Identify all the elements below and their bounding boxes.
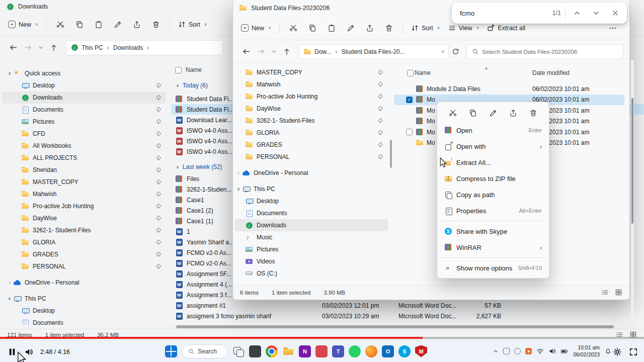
paste-button[interactable] (89, 16, 108, 33)
sidebar-item[interactable]: ∨ This PC (235, 183, 388, 195)
vertical-scrollbar[interactable] (631, 60, 634, 325)
sidebar-item[interactable]: GLORIA (2, 236, 166, 248)
delete-icon[interactable] (527, 107, 540, 120)
context-menu-item[interactable]: Open Enter › (439, 122, 547, 138)
up-button[interactable] (280, 45, 294, 59)
sort-button[interactable]: Sort ∨ (407, 21, 444, 35)
outlook-icon[interactable]: O (382, 345, 394, 357)
sidebar-item[interactable]: Pictures (235, 243, 388, 255)
scrollbar-thumb[interactable] (176, 325, 614, 328)
sidebar-item[interactable]: Pictures (2, 116, 166, 128)
copy-button[interactable] (303, 20, 322, 37)
row-checkbox[interactable] (406, 97, 413, 103)
sidebar-item[interactable]: Music (235, 231, 388, 243)
sidebar-item[interactable]: Downloads (2, 92, 166, 104)
context-menu-item[interactable]: Compress to ZIP file › (439, 170, 547, 187)
sidebar-item[interactable]: Mahwish (235, 78, 388, 90)
sidebar-item[interactable]: CFD (2, 128, 166, 140)
mic-status-icon[interactable] (525, 348, 532, 354)
horizontal-scrollbar[interactable] (171, 325, 638, 329)
sidebar-item[interactable]: 3262-1- Student-Files (235, 115, 388, 127)
sidebar-item[interactable]: Desktop (235, 195, 388, 207)
select-all-checkbox[interactable] (175, 67, 182, 73)
wifi-icon[interactable] (536, 347, 544, 355)
breadcrumb-this-pc[interactable]: This PC (82, 44, 103, 51)
find-input[interactable] (460, 10, 548, 17)
recent-locations-button[interactable] (268, 46, 280, 57)
back-button[interactable] (6, 40, 21, 55)
file-explorer-icon[interactable] (282, 345, 294, 357)
sidebar-item[interactable]: DayWise (2, 212, 166, 224)
share-button[interactable] (127, 16, 146, 33)
name-column-header[interactable]: Name (186, 66, 202, 73)
tray-icon[interactable] (503, 348, 510, 354)
context-menu-item[interactable]: Properties Alt+Enter › (439, 203, 547, 219)
expand-chevron-icon[interactable]: ∨ (6, 296, 13, 301)
file-row[interactable]: assigment 3 fcmo yasmin sharif 03/02/202… (171, 311, 644, 321)
context-menu-item[interactable]: Show more options Shift+F10 › (439, 260, 547, 276)
search-input[interactable] (482, 49, 618, 55)
forward-button[interactable] (254, 44, 268, 59)
sidebar-item[interactable]: Pro-active Job Hunting (235, 90, 388, 103)
delete-button[interactable] (379, 20, 398, 37)
cut-icon[interactable] (446, 107, 459, 120)
sidebar-item[interactable]: All Workbooks (2, 140, 166, 152)
start-button[interactable] (165, 345, 177, 357)
sidebar-item[interactable]: ∨ This PC (2, 293, 166, 305)
new-button[interactable]: + New ∨ (237, 21, 275, 35)
sidebar-item[interactable]: ALL PROJECTS (2, 152, 166, 164)
tray-chevron-icon[interactable] (493, 348, 499, 354)
details-view-icon[interactable] (601, 289, 609, 296)
taskbar-search[interactable]: Search (182, 344, 228, 358)
breadcrumb-downloads[interactable]: Downloads (113, 44, 143, 51)
mcafee-icon[interactable]: M (415, 345, 427, 357)
sidebar-item[interactable]: DayWise (235, 103, 388, 115)
expand-chevron-icon[interactable]: › (6, 280, 13, 285)
file-row[interactable]: assignment #1 03/02/2023 12:01 pm Micros… (171, 300, 644, 311)
address-bar[interactable]: This PC › Downloads › (66, 40, 223, 55)
scrollbar-thumb[interactable] (631, 98, 633, 224)
context-menu-item[interactable]: Share with Skype › (439, 223, 547, 239)
cut-button[interactable] (284, 20, 303, 37)
sidebar-item[interactable]: GRADES (235, 139, 388, 151)
search-box[interactable] (466, 44, 623, 59)
sidebar-item[interactable]: OS (C:) (235, 267, 388, 280)
expand-chevron-icon[interactable]: ∨ (235, 187, 242, 192)
back-button[interactable] (239, 44, 254, 59)
address-dropdown-icon[interactable]: ∨ (441, 49, 444, 54)
context-menu-item[interactable]: Extract All... › (439, 154, 547, 170)
skype-icon[interactable]: S (398, 345, 411, 357)
onenote-icon[interactable]: N (299, 345, 311, 357)
row-checkbox[interactable] (406, 129, 413, 135)
firefox-icon[interactable] (365, 345, 377, 357)
sidebar-item[interactable]: › OneDrive - Personal (235, 167, 388, 179)
cut-button[interactable] (51, 16, 70, 33)
copy-button[interactable] (70, 16, 89, 33)
pause-button[interactable] (7, 347, 17, 357)
sidebar-item[interactable]: Desktop (2, 79, 166, 92)
context-menu-item[interactable]: WinRAR › (439, 239, 547, 255)
pinned-app-icon-2[interactable] (315, 345, 328, 357)
sidebar-item[interactable]: › OneDrive - Personal (2, 277, 166, 289)
tray-icon[interactable] (514, 348, 521, 354)
expand-chevron-icon[interactable]: › (235, 170, 242, 175)
delete-button[interactable] (146, 16, 166, 33)
teams-icon[interactable]: T (332, 345, 344, 357)
volume-icon[interactable] (548, 347, 556, 355)
sidebar-item[interactable]: Pro-active Job Hunting (2, 200, 166, 212)
previous-match-button[interactable] (570, 6, 585, 21)
sidebar-item[interactable]: Documents (235, 207, 388, 219)
next-match-button[interactable] (589, 6, 604, 21)
breadcrumb-current[interactable]: Student Data Files-20... (342, 48, 437, 55)
address-bar[interactable]: Dow... › Student Data Files-20... ∨ (299, 44, 449, 59)
sidebar-item[interactable]: GLORIA (235, 127, 388, 139)
settings-button[interactable] (613, 347, 622, 356)
sidebar-item[interactable]: 3262-1- Student-Files (2, 224, 166, 236)
sidebar-item[interactable]: MASTER_COPY (235, 66, 388, 78)
share-button[interactable] (360, 20, 379, 37)
thumbnails-view-icon[interactable] (615, 289, 622, 296)
context-menu-item[interactable]: Copy as path › (439, 187, 547, 203)
pinned-app-icon-1[interactable] (249, 345, 261, 357)
sidebar-item[interactable]: Documents (2, 317, 166, 325)
up-button[interactable] (47, 41, 61, 55)
